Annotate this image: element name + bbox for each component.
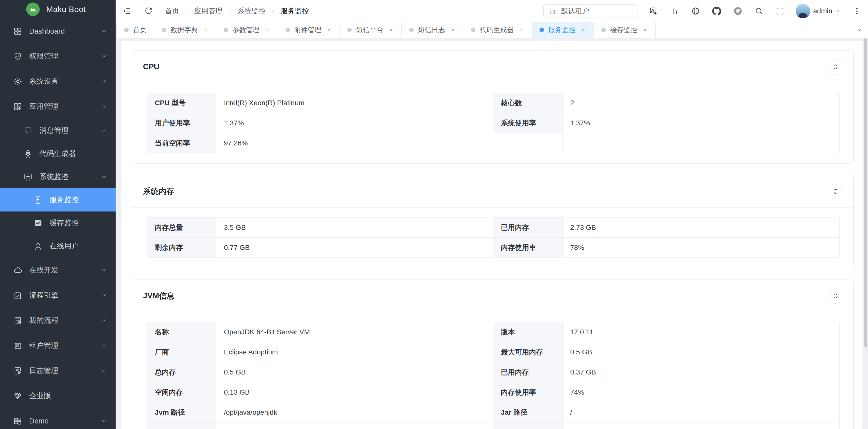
breadcrumb: 首页应用管理系统监控服务监控 [165, 6, 309, 16]
tab-8[interactable]: 缓存监控 [594, 22, 656, 38]
font-size-icon[interactable] [670, 6, 680, 16]
tab-1[interactable]: 数据字典 [154, 22, 216, 38]
chart-filled-icon [33, 219, 43, 228]
tenant-select[interactable]: 默认租户 [543, 4, 638, 18]
globe-icon[interactable] [690, 6, 701, 16]
close-icon[interactable] [519, 27, 524, 33]
sidebar-item-12[interactable]: 我的流程 [0, 308, 116, 333]
fullscreen-icon[interactable] [775, 6, 785, 16]
monitor-pulse-icon [23, 172, 33, 182]
tab-2[interactable]: 参数管理 [216, 22, 278, 38]
table-label: 系统使用率 [493, 113, 563, 133]
logo-mountain-icon [26, 2, 40, 16]
dashboard-grid-icon [13, 27, 22, 36]
close-icon[interactable] [450, 27, 456, 33]
close-icon[interactable] [581, 27, 586, 33]
username: admin [813, 7, 832, 15]
tab-6[interactable]: 代码生成器 [463, 22, 532, 38]
table-label: 用户使用率 [147, 113, 216, 133]
tab-3[interactable]: 附件管理 [278, 22, 340, 38]
sidebar-item-5[interactable]: 代码生成器 [0, 142, 116, 165]
sidebar-item-label: 在线用户 [50, 241, 79, 251]
breadcrumb-item[interactable]: 系统监控 [238, 6, 266, 16]
close-icon[interactable] [203, 27, 208, 33]
tab-5[interactable]: 短信日志 [402, 22, 463, 38]
github-icon[interactable] [712, 6, 722, 16]
language-icon[interactable] [648, 6, 658, 16]
chevron-down-icon [100, 367, 107, 374]
sidebar-item-label: 消息管理 [39, 126, 69, 136]
breadcrumb-item[interactable]: 首页 [165, 6, 179, 16]
close-icon[interactable] [327, 27, 332, 33]
table-row: 内存总量3.5 GB已用内存2.73 GB [147, 218, 840, 238]
sidebar-item-7[interactable]: 服务监控 [0, 188, 116, 211]
sidebar-item-1[interactable]: 权限管理 [0, 44, 116, 69]
sidebar-item-demo[interactable]: Demo [0, 408, 116, 429]
sidebar-item-10[interactable]: 在线开发 [0, 258, 116, 283]
sidebar-item-15[interactable]: 企业版 [0, 383, 116, 408]
card-body: 内存总量3.5 GB已用内存2.73 GB剩余内存0.77 GB内存使用率78% [131, 208, 854, 268]
gem-icon [13, 391, 22, 401]
tab-label: 短信日志 [418, 25, 445, 34]
sidebar-item-8[interactable]: 缓存监控 [0, 211, 116, 235]
table-label: 版本 [493, 322, 563, 342]
chevron-down-icon [100, 292, 107, 299]
gitee-icon[interactable] [733, 6, 743, 16]
scrollbar-thumb[interactable] [864, 38, 867, 347]
table-label: 已用内存 [493, 218, 563, 238]
card-refresh-button[interactable] [828, 184, 843, 199]
content-panel: CPUCPU 型号Intel(R) Xeon(R) Platinum核心数2用户… [121, 41, 863, 429]
table-label: CPU 型号 [147, 93, 216, 113]
sidebar-item-6[interactable]: 系统监控 [0, 165, 116, 188]
header-action-icons [648, 6, 785, 16]
tenant-value: 默认租户 [561, 6, 589, 16]
close-icon[interactable] [265, 27, 270, 33]
collapse-menu-icon[interactable] [122, 6, 132, 16]
sidebar-item-11[interactable]: 流程引擎 [0, 283, 116, 308]
table-row: Jvm 路径/opt/java/openjdkJar 路径/ [147, 402, 840, 423]
sidebar-item-13[interactable]: 租户管理 [0, 333, 116, 358]
sidebar-item-label: 日志管理 [29, 366, 58, 376]
breadcrumb-item: 服务监控 [281, 6, 309, 16]
logo-text: Maku Boot [46, 5, 86, 14]
vertical-scrollbar[interactable] [864, 38, 867, 429]
tab-7[interactable]: 服务监控 [532, 22, 594, 38]
table-label: 总内存 [147, 362, 216, 382]
sidebar-item-14[interactable]: 日志管理 [0, 358, 116, 383]
table-value: 2024-05-03 15:42:55 [216, 423, 493, 429]
sidebar-item-2[interactable]: 系统设置 [0, 69, 116, 94]
card-body: CPU 型号Intel(R) Xeon(R) Platinum核心数2用户使用率… [131, 83, 854, 163]
close-icon[interactable] [388, 27, 394, 33]
gear-icon [13, 77, 22, 86]
table-label: Jar 路径 [493, 402, 563, 423]
sidebar-item-label: 服务监控 [50, 195, 79, 205]
rocket-icon [23, 149, 33, 159]
sidebar-item-dashboard[interactable]: Dashboard [0, 19, 116, 44]
sidebar-item-label: 流程引擎 [29, 290, 58, 300]
avatar[interactable] [796, 4, 810, 18]
kebab-menu-icon[interactable] [852, 6, 862, 15]
sidebar-item-label: Demo [29, 417, 49, 425]
refresh-icon[interactable] [144, 6, 154, 16]
close-icon[interactable] [642, 27, 648, 33]
info-table: 名称OpenJDK 64-Bit Server VM版本17.0.11厂商Ecl… [147, 322, 840, 429]
sidebar-item-9[interactable]: 在线用户 [0, 235, 116, 258]
card-title: CPU [143, 62, 159, 71]
tabs-dropdown-chevron-icon[interactable] [853, 22, 866, 38]
card-refresh-button[interactable] [828, 288, 843, 304]
sync-icon [832, 292, 839, 300]
user-menu[interactable]: admin [796, 4, 842, 18]
table-label: 最大可用内存 [493, 342, 563, 362]
table-value: / [563, 402, 840, 423]
breadcrumb-item[interactable]: 应用管理 [194, 6, 222, 16]
tab-0[interactable]: 首页 [117, 22, 154, 38]
doc-check-icon [13, 366, 22, 375]
app-grid-icon [13, 102, 22, 111]
sidebar-item-4[interactable]: 消息管理 [0, 119, 116, 142]
chevron-right-icon [271, 8, 276, 13]
search-icon[interactable] [754, 6, 764, 16]
tab-4[interactable]: 短信平台 [340, 22, 402, 38]
tab-status-dot [224, 28, 228, 32]
sidebar-item-3[interactable]: 应用管理 [0, 94, 116, 119]
card-refresh-button[interactable] [828, 59, 843, 75]
